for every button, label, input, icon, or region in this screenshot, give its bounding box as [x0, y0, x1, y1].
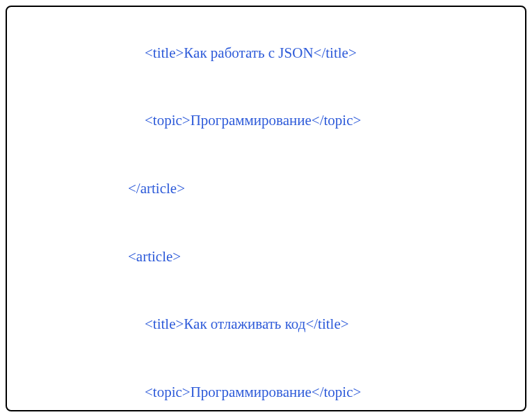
code-line: <article> [111, 245, 361, 268]
code-line: <title>Как отлаживать код</title> [111, 313, 361, 336]
code-line: <topic>Программирование</topic> [111, 381, 361, 404]
code-line: </article> [111, 177, 361, 200]
xml-code-block: <blog> <article> <title>Как работать с J… [111, 0, 361, 417]
code-line: <title>Как работать с JSON</title> [111, 42, 361, 65]
document-frame: <blog> <article> <title>Как работать с J… [6, 6, 526, 411]
code-line: <topic>Программирование</topic> [111, 109, 361, 132]
